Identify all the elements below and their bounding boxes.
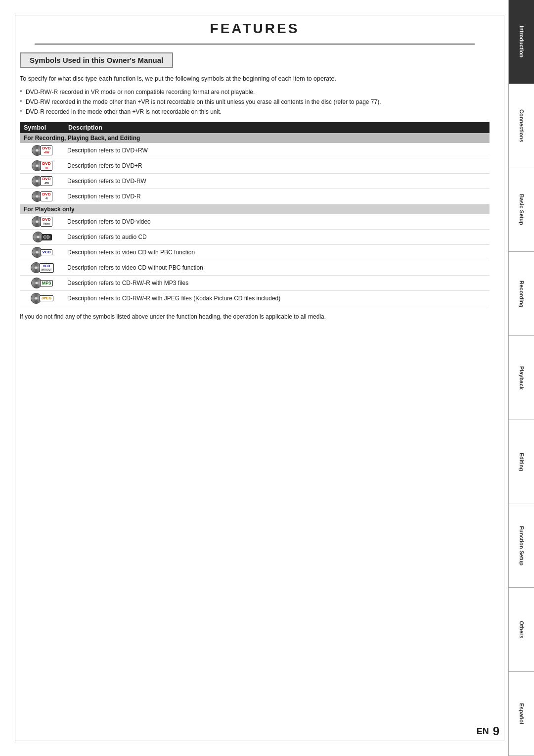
sidebar-tab-editing[interactable]: Editing — [509, 420, 534, 504]
sidebar-tab-function-setup[interactable]: Function Setup — [509, 504, 534, 588]
bullet-item-2: DVD-RW recorded in the mode other than +… — [20, 97, 490, 106]
en-label: EN — [477, 726, 489, 737]
sidebar-tab-others[interactable]: Others — [509, 588, 534, 672]
sidebar-tab-playback[interactable]: Playback — [509, 336, 534, 420]
bullet-item-1: DVD-RW/-R recorded in VR mode or non com… — [20, 88, 490, 96]
sidebar-tab-connections[interactable]: Connections — [509, 84, 534, 168]
page-border — [15, 15, 504, 741]
right-sidebar: Introduction Connections Basic Setup Rec… — [508, 0, 534, 756]
bullet-list: DVD-RW/-R recorded in VR mode or non com… — [20, 88, 490, 116]
page-number: 9 — [493, 724, 499, 738]
bullet-item-3: DVD-R recorded in the mode other than +V… — [20, 107, 490, 116]
sidebar-tab-introduction[interactable]: Introduction — [509, 0, 534, 84]
sidebar-tab-recording[interactable]: Recording — [509, 252, 534, 336]
sidebar-tab-basic-setup[interactable]: Basic Setup — [509, 168, 534, 252]
page-number-bar: EN 9 — [477, 724, 499, 738]
sidebar-tab-espanol[interactable]: Español — [509, 672, 534, 756]
